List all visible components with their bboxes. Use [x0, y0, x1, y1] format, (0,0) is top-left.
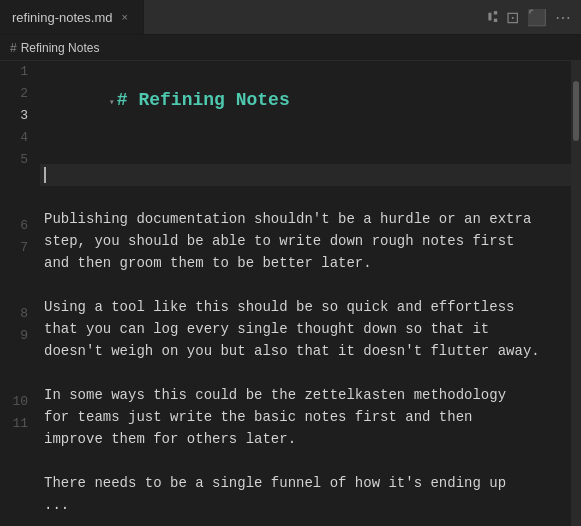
line-10-empty [40, 450, 571, 472]
breadcrumb-title: Refining Notes [21, 41, 100, 55]
line-8-empty [40, 362, 571, 384]
heading-text: Refining Notes [138, 90, 289, 110]
line-9-para: In some ways this could be the zettelkas… [40, 384, 571, 450]
line-num-11: 11 [0, 413, 40, 435]
layout-icon[interactable]: ⊡ [506, 8, 519, 27]
breadcrumb-hash: # [10, 41, 17, 55]
line-num-5: 5 [0, 149, 40, 171]
line-num-2: 2 [0, 83, 40, 105]
line-11-para: There needs to be a single funnel of how… [40, 472, 571, 516]
text-cursor [44, 167, 46, 183]
line-num-1: 1 [0, 61, 40, 83]
tab-bar: refining-notes.md × ⑆ ⊡ ⬛ ⋯ [0, 0, 581, 35]
line-num-3: 3 [0, 105, 40, 127]
line-6-empty [40, 274, 571, 296]
scrollbar[interactable] [571, 61, 581, 526]
line-num-9: 9 [0, 325, 40, 347]
split-icon[interactable]: ⑆ [488, 8, 498, 26]
line-num-7: 7 [0, 237, 40, 259]
line-num-8: 8 [0, 303, 40, 325]
toolbar-icons: ⑆ ⊡ ⬛ ⋯ [478, 8, 581, 27]
line-4-empty [40, 186, 571, 208]
line-numbers: 1 2 3 4 5 6 7 8 9 10 11 [0, 61, 40, 526]
editor-container: 1 2 3 4 5 6 7 8 9 10 11 ▾# Refining Note… [0, 61, 581, 526]
scrollbar-thumb[interactable] [573, 81, 579, 141]
line-1-heading: ▾# Refining Notes [40, 61, 571, 142]
tab-filename: refining-notes.md [12, 10, 112, 25]
tab-refining-notes[interactable]: refining-notes.md × [0, 0, 144, 34]
tab-close-button[interactable]: × [118, 10, 130, 24]
line-num-4: 4 [0, 127, 40, 149]
columns-icon[interactable]: ⬛ [527, 8, 547, 27]
breadcrumb: # Refining Notes [0, 35, 581, 61]
line-5-para: Publishing documentation shouldn't be a … [40, 208, 571, 274]
more-icon[interactable]: ⋯ [555, 8, 571, 27]
line-num-6: 6 [0, 215, 40, 237]
line-2-empty [40, 142, 571, 164]
line-num-10: 10 [0, 391, 40, 413]
heading-hash: # [117, 90, 139, 110]
chevron-icon: ▾ [109, 97, 115, 108]
line-3-cursor[interactable] [40, 164, 571, 186]
editor-content[interactable]: ▾# Refining Notes Publishing documentati… [40, 61, 571, 526]
line-7-para: Using a tool like this should be so quic… [40, 296, 571, 362]
